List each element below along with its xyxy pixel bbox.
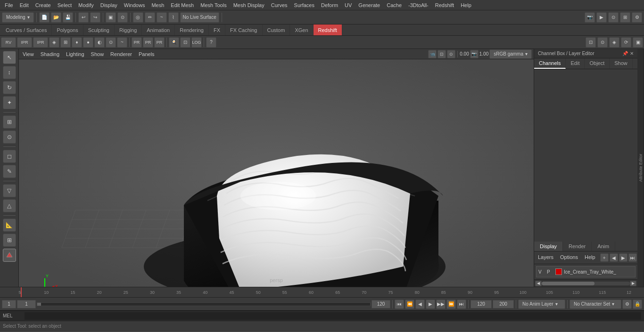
- panel-tab-show[interactable]: Show: [610, 58, 633, 69]
- menu-deform[interactable]: Deform: [318, 1, 341, 9]
- sculpt-btn[interactable]: ▽: [3, 184, 16, 197]
- panel-tab-channels[interactable]: Channels: [534, 58, 566, 69]
- menu-display[interactable]: Display: [98, 1, 120, 9]
- open-btn[interactable]: 📂: [51, 12, 61, 23]
- paint-btn[interactable]: ✏: [145, 12, 155, 23]
- rs-icon-btn[interactable]: [3, 249, 16, 262]
- view-icon1[interactable]: 📹: [428, 50, 437, 58]
- measure-btn[interactable]: 📐: [3, 219, 16, 232]
- ipr-btn[interactable]: ▶: [596, 12, 607, 23]
- rs-pr2[interactable]: PR: [143, 37, 153, 48]
- lasso2-btn[interactable]: ◎: [133, 12, 143, 23]
- view-menu-view[interactable]: View: [21, 50, 36, 58]
- menu-redshift[interactable]: Redshift: [432, 1, 457, 9]
- view-menu-lighting[interactable]: Lighting: [64, 50, 86, 58]
- curve-btn[interactable]: ~: [157, 12, 167, 23]
- scroll-thumb[interactable]: [542, 282, 594, 285]
- rs-render[interactable]: ⊡: [180, 37, 190, 48]
- menu-3dto[interactable]: -3DtoAll-: [405, 1, 431, 9]
- go-start-btn[interactable]: ⏮: [395, 300, 404, 309]
- menu-windows[interactable]: Windows: [121, 1, 148, 9]
- layer-color[interactable]: [555, 268, 562, 275]
- select-btn[interactable]: ▣: [106, 12, 116, 23]
- scale-tool-btn[interactable]: ✦: [3, 96, 16, 109]
- layer-prev-btn[interactable]: ◀: [610, 253, 618, 262]
- cmd-input[interactable]: [25, 312, 641, 320]
- menu-cache[interactable]: Cache: [384, 1, 405, 9]
- tab-rendering[interactable]: Rendering: [175, 24, 209, 35]
- layer-end-btn[interactable]: ⏭: [628, 253, 637, 262]
- grid2-btn[interactable]: ⊞: [3, 234, 16, 247]
- view-menu-show[interactable]: Show: [89, 50, 106, 58]
- workspace-dropdown[interactable]: Modeling ▾: [2, 12, 34, 23]
- snap-btn[interactable]: ⊞: [3, 115, 16, 129]
- menu-mesh-display[interactable]: Mesh Display: [231, 1, 267, 9]
- view-menu-renderer[interactable]: Renderer: [108, 50, 134, 58]
- undo-btn[interactable]: ↩: [78, 12, 89, 23]
- new-scene-btn[interactable]: 📄: [39, 12, 50, 23]
- sculpt2-btn[interactable]: △: [3, 199, 16, 212]
- no-live-surface-btn[interactable]: No Live Surface: [180, 12, 219, 23]
- menu-uv[interactable]: UV: [342, 1, 355, 9]
- view-icon3[interactable]: ⊙: [447, 50, 455, 58]
- cam-btn[interactable]: 📷: [470, 50, 479, 58]
- rs-btn[interactable]: ⊙: [608, 12, 619, 23]
- dra-tab-display[interactable]: Display: [534, 242, 563, 251]
- rs-btn5[interactable]: ●: [83, 37, 93, 48]
- view-menu-shading[interactable]: Shading: [39, 50, 61, 58]
- rs-pr1[interactable]: PR: [132, 37, 142, 48]
- next-frame-btn[interactable]: ▶▶: [436, 300, 446, 309]
- tab-custom[interactable]: Custom: [263, 24, 290, 35]
- move-tool-btn[interactable]: ↕: [3, 66, 16, 79]
- rs-ipr-btn[interactable]: IPR: [17, 37, 32, 48]
- rs-btn4[interactable]: ♦: [72, 37, 82, 48]
- soft-mod-btn[interactable]: ⊙: [3, 130, 16, 144]
- menu-curves[interactable]: Curves: [268, 1, 290, 9]
- dra-tab-anim[interactable]: Anim: [592, 242, 615, 251]
- menu-file[interactable]: File: [2, 1, 16, 9]
- menu-select[interactable]: Select: [55, 1, 75, 9]
- lasso-tool-btn[interactable]: ◻: [3, 150, 16, 163]
- append-btn[interactable]: ⌇: [168, 12, 179, 23]
- rs-r-btn2[interactable]: ⊙: [597, 37, 608, 48]
- anim-layer-dropdown[interactable]: No Anim Layer ▾: [518, 300, 565, 309]
- rs-ipr2-btn[interactable]: IPR: [33, 37, 48, 48]
- end-frame2-input[interactable]: [493, 300, 514, 308]
- timeline[interactable]: 5 10 15 20 25 30 35 40 45 50 55 60 65 70…: [0, 287, 644, 297]
- lasso-btn[interactable]: ⊙: [117, 12, 128, 23]
- colorspace-dropdown[interactable]: sRGB gamma ▾: [489, 49, 532, 59]
- tab-sculpting[interactable]: Sculpting: [83, 24, 115, 35]
- rs-pr3[interactable]: PR: [154, 37, 165, 48]
- pb-lock-btn[interactable]: 🔒: [633, 300, 642, 309]
- pb-settings-btn[interactable]: ⚙: [622, 300, 632, 309]
- current-frame-input[interactable]: [17, 300, 36, 308]
- rs-log[interactable]: LOG: [191, 37, 202, 48]
- tab-animation[interactable]: Animation: [142, 24, 175, 35]
- end-frame-input[interactable]: [471, 300, 492, 308]
- layer-p[interactable]: P: [547, 269, 553, 275]
- dra-tab-render[interactable]: Render: [563, 242, 592, 251]
- menu-surfaces[interactable]: Surfaces: [291, 1, 317, 9]
- viewport-canvas[interactable]: X Y Z persp: [19, 59, 534, 287]
- menu-modify[interactable]: Modify: [75, 1, 96, 9]
- layer-v[interactable]: V: [538, 269, 545, 275]
- rs-cook[interactable]: 🍳: [169, 37, 179, 48]
- layer-row[interactable]: V P Ice_Cream_Tray_White_: [536, 266, 636, 277]
- rs-r-btn3[interactable]: ◈: [609, 37, 619, 48]
- menu-mesh-tools[interactable]: Mesh Tools: [198, 1, 229, 9]
- rs-rv-btn[interactable]: RV: [1, 37, 16, 48]
- menu-edit-mesh[interactable]: Edit Mesh: [168, 1, 197, 9]
- rs-r-btn4[interactable]: ⟳: [621, 37, 631, 48]
- settings-btn[interactable]: ⚙: [632, 12, 642, 23]
- rotate-tool-btn[interactable]: ↻: [3, 81, 16, 94]
- rs-btn6[interactable]: ◐: [94, 37, 105, 48]
- layer-next-btn[interactable]: ▶: [619, 253, 627, 262]
- panel-pin-btn[interactable]: 📌: [622, 51, 628, 56]
- help-menu[interactable]: Help: [583, 253, 597, 262]
- camera-btn[interactable]: 📷: [585, 12, 595, 23]
- panel-tab-edit[interactable]: Edit: [566, 58, 585, 69]
- viewport[interactable]: View Shading Lighting Show Renderer Pane…: [19, 49, 534, 287]
- rs-r-btn5[interactable]: ▣: [633, 37, 643, 48]
- rs-help-btn[interactable]: ?: [206, 37, 216, 48]
- tab-redshift[interactable]: Redshift: [314, 24, 342, 35]
